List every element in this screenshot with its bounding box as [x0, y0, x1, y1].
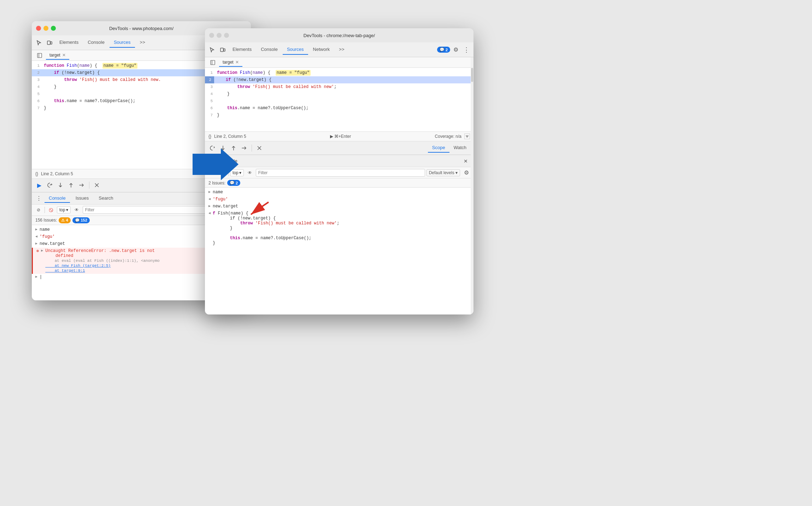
blue-arrow — [193, 148, 239, 182]
braces-icon-2: {} — [208, 134, 211, 139]
title-bar-2: DevTools - chrome://new-tab-page/ — [205, 28, 473, 42]
position-1: Line 2, Column 5 — [41, 171, 73, 176]
top-selector-1[interactable]: top ▾ — [57, 206, 71, 213]
svg-marker-9 — [193, 148, 239, 180]
console-row-target-2: ▶ new.target — [205, 203, 473, 210]
eye-icon-2[interactable]: 👁 — [245, 168, 254, 177]
console-toolbar-2: ▶ top ▾ 👁 Default levels ▾ ⚙ — [205, 167, 473, 178]
console-row-name-2: ▶ name — [205, 189, 473, 196]
device-icon[interactable] — [45, 38, 54, 48]
console-header-2: ⋮ Console ✕ — [205, 155, 473, 167]
window2: DevTools - chrome://new-tab-page/ Elemen… — [205, 28, 473, 314]
sidebar-toggle-2[interactable] — [208, 58, 218, 67]
debug-toolbar-2: Scope Watch — [205, 141, 473, 155]
maximize-button-1[interactable] — [51, 26, 56, 31]
status-bar-2: {} Line 2, Column 5 ▶ ⌘+Enter Coverage: … — [205, 131, 473, 141]
file-tab-bar-2: target ✕ — [205, 57, 473, 68]
scope-tab-2[interactable]: Scope — [428, 143, 449, 153]
coverage-2: Coverage: n/a — [435, 134, 461, 139]
svg-rect-1 — [51, 42, 52, 44]
settings-icon-console-2[interactable]: ⚙ — [461, 168, 471, 178]
traffic-lights-2 — [209, 33, 229, 38]
svg-rect-0 — [47, 41, 50, 45]
console-content-2: ▶ name ◀ 'fugu' ▶ new.target — [205, 188, 473, 314]
file-tab-target-2[interactable]: target ✕ — [219, 58, 242, 67]
code-line-2-2: 2 if (!new.target) { — [205, 76, 473, 83]
cursor-icon[interactable] — [34, 38, 44, 48]
close-file-tab-1[interactable]: ✕ — [62, 53, 66, 58]
minimize-button-2[interactable] — [217, 33, 222, 38]
resume-btn-1[interactable]: ▶ — [35, 181, 44, 190]
settings-icon-2[interactable]: ⚙ — [451, 45, 461, 55]
tab-sources-2[interactable]: Sources — [283, 45, 308, 55]
code-line-2-4: 4 } — [205, 90, 473, 98]
watch-tab-2[interactable]: Watch — [449, 143, 471, 153]
file-tab-target-1[interactable]: target ✕ — [46, 51, 69, 60]
window-title-2: DevTools - chrome://new-tab-page/ — [304, 33, 375, 38]
warning-badge-1: ⚠ 4 — [59, 217, 70, 223]
tab-console-1[interactable]: Console — [83, 37, 109, 48]
scroll-thumb-2[interactable] — [471, 68, 473, 82]
sep-2 — [45, 207, 45, 213]
tab-more-1[interactable]: >> — [136, 37, 149, 48]
tab-network-2[interactable]: Network — [309, 45, 334, 55]
devtools-toolbar-2: Elements Console Sources Network >> 💬 2 … — [205, 42, 473, 57]
info-badge-1: 💬 152 — [72, 217, 90, 223]
step-into-btn-1[interactable] — [56, 181, 65, 190]
separator-2 — [252, 145, 252, 152]
code-line-2-5: 5 — [205, 98, 473, 105]
error-icon-1: ⊗ — [36, 248, 39, 254]
separator-1 — [89, 182, 89, 189]
run-button-2[interactable]: ▶ ⌘+Enter — [330, 134, 351, 139]
code-line-2-6: 6 this.name = name?.toUpperCase(); — [205, 105, 473, 112]
step-over-btn-1[interactable] — [45, 181, 54, 190]
close-button-1[interactable] — [36, 26, 41, 31]
tab-sources-1[interactable]: Sources — [110, 37, 135, 48]
maximize-button-2[interactable] — [224, 33, 229, 38]
svg-rect-10 — [220, 48, 223, 52]
step-btn-1[interactable] — [77, 181, 86, 190]
console-section-2: ⋮ Console ✕ ▶ top ▾ 👁 Default levels ▾ — [205, 155, 473, 314]
code-line-2-1: 1 function Fish(name) { name = "fugu" — [205, 69, 473, 76]
cursor-icon-2[interactable] — [207, 45, 217, 55]
info-badge-2: 💬 2 — [437, 47, 450, 53]
search-tab-1[interactable]: Search — [94, 194, 117, 203]
filter-btn-2[interactable] — [464, 134, 470, 139]
more-icon-2[interactable]: ⋮ — [461, 45, 471, 55]
tab-elements-2[interactable]: Elements — [228, 45, 256, 55]
tab-elements-1[interactable]: Elements — [55, 37, 83, 48]
step-out-btn-1[interactable] — [66, 181, 76, 190]
minimize-button-1[interactable] — [43, 26, 48, 31]
svg-rect-2 — [37, 53, 42, 58]
filter-input-2[interactable] — [256, 169, 425, 177]
code-editor-2: 1 function Fish(name) { name = "fugu" 2 … — [205, 68, 473, 131]
step-btn-2[interactable] — [240, 143, 249, 153]
filter-icon-1: 🚫 — [46, 205, 55, 214]
close-console-2[interactable]: ✕ — [461, 157, 471, 165]
tab-more-2[interactable]: >> — [335, 45, 348, 55]
clear-console-btn-1[interactable]: ⊘ — [34, 205, 43, 214]
braces-icon-1: {} — [35, 171, 38, 176]
scope-tabs-2: Scope Watch — [428, 143, 471, 153]
traffic-lights-1 — [36, 26, 56, 31]
window-title-1: DevTools - www.photopea.com/ — [109, 26, 173, 31]
svg-rect-12 — [211, 60, 215, 65]
dots-icon-1[interactable]: ⋮ — [35, 194, 43, 203]
deactivate-btn-2[interactable] — [255, 143, 264, 153]
issues-tab-1[interactable]: Issues — [71, 194, 93, 203]
scrollbar-2[interactable] — [471, 57, 473, 314]
tab-console-2[interactable]: Console — [257, 45, 282, 55]
code-line-2-7: 7 } — [205, 112, 473, 119]
deactivate-btn-1[interactable] — [92, 181, 101, 190]
svg-rect-11 — [224, 49, 225, 51]
eye-icon-1[interactable]: 👁 — [72, 205, 81, 214]
issues-count-2: 2 Issues: 💬 2 — [205, 178, 473, 188]
default-levels-2[interactable]: Default levels ▾ — [426, 169, 460, 176]
close-button-2[interactable] — [209, 33, 214, 38]
console-tab-1[interactable]: Console — [45, 194, 70, 203]
close-file-tab-2[interactable]: ✕ — [235, 60, 239, 65]
sidebar-toggle-1[interactable] — [35, 51, 45, 60]
position-2: Line 2, Column 5 — [214, 134, 246, 139]
device-icon-2[interactable] — [218, 45, 228, 55]
console-cursor-1[interactable]: | — [40, 275, 42, 280]
